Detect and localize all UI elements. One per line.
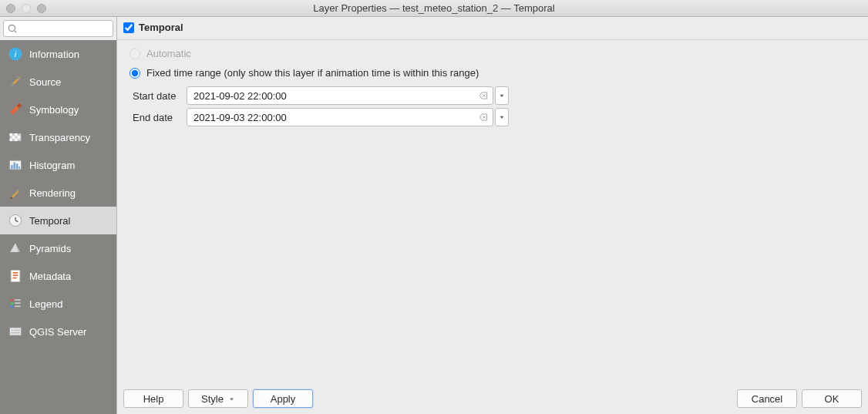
sidebar-item-label: Rendering — [29, 187, 76, 199]
svg-rect-14 — [14, 163, 16, 169]
svg-rect-32 — [10, 328, 22, 335]
help-button[interactable]: Help — [123, 389, 183, 408]
panel-content: Automatic Fixed time range (only show th… — [117, 40, 868, 385]
sidebar-item-source[interactable]: Source — [0, 68, 116, 96]
sidebar-item-rendering[interactable]: Rendering — [0, 179, 116, 207]
svg-rect-15 — [16, 163, 19, 169]
source-icon — [8, 74, 23, 89]
sidebar-item-label: QGIS Server — [29, 326, 86, 338]
panel-header: Temporal — [117, 17, 868, 40]
info-icon: i — [8, 46, 23, 62]
pyramids-icon — [8, 241, 23, 256]
close-window-button[interactable] — [6, 4, 15, 13]
maximize-window-button[interactable] — [37, 4, 46, 13]
legend-icon — [8, 296, 23, 311]
sidebar-search — [3, 20, 113, 37]
automatic-label: Automatic — [146, 48, 191, 59]
end-date-label: End date — [130, 112, 179, 123]
svg-rect-11 — [15, 139, 17, 141]
minimize-window-button[interactable] — [22, 4, 31, 13]
transparency-icon — [8, 130, 23, 145]
sidebar-item-pyramids[interactable]: Pyramids — [0, 234, 116, 262]
svg-rect-6 — [10, 133, 12, 136]
titlebar: Layer Properties — test_meteo_station_2 … — [0, 0, 868, 17]
sidebar-item-label: Histogram — [29, 160, 75, 171]
sidebar-item-label: Temporal — [29, 215, 70, 227]
fixed-range-label: Fixed time range (only show this layer i… — [146, 67, 479, 79]
sidebar-item-legend[interactable]: Legend — [0, 290, 116, 318]
automatic-radio — [130, 49, 140, 59]
end-date-row: End date — [130, 108, 856, 126]
svg-rect-10 — [10, 139, 12, 141]
sidebar-item-metadata[interactable]: Metadata — [0, 262, 116, 290]
svg-rect-28 — [10, 306, 13, 308]
server-icon — [8, 324, 23, 339]
fixed-range-option[interactable]: Fixed time range (only show this layer i… — [130, 67, 856, 79]
svg-point-0 — [8, 25, 15, 31]
chevron-down-icon — [228, 395, 235, 402]
svg-point-4 — [10, 83, 14, 87]
sidebar-item-qgis-server[interactable]: QGIS Server — [0, 318, 116, 345]
end-date-input[interactable] — [187, 108, 493, 126]
start-date-input[interactable] — [187, 86, 493, 105]
histogram-icon — [8, 157, 23, 173]
rendering-icon — [8, 185, 23, 200]
sidebar-item-transparency[interactable]: Transparency — [0, 123, 116, 151]
svg-rect-7 — [15, 133, 17, 136]
svg-rect-26 — [10, 299, 13, 301]
sidebar-nav: i Information Source Symbology — [0, 40, 116, 414]
main-panel: Temporal Automatic Fixed time range (onl… — [117, 17, 868, 414]
svg-marker-38 — [500, 95, 504, 97]
end-date-dropdown-button[interactable] — [495, 108, 509, 126]
sidebar-item-label: Transparency — [29, 132, 90, 143]
sidebar-item-label: Metadata — [29, 271, 71, 282]
svg-line-1 — [15, 31, 17, 33]
footer: Help Style Apply Cancel OK — [117, 385, 868, 414]
sidebar-item-symbology[interactable]: Symbology — [0, 96, 116, 123]
window-title: Layer Properties — test_meteo_station_2 … — [0, 2, 868, 14]
sidebar-item-histogram[interactable]: Histogram — [0, 151, 116, 179]
svg-rect-34 — [14, 330, 20, 332]
search-input[interactable] — [3, 20, 113, 37]
svg-marker-42 — [230, 398, 234, 400]
metadata-icon — [8, 268, 23, 284]
panel-title: Temporal — [139, 22, 183, 33]
sidebar-item-label: Symbology — [29, 104, 79, 116]
sidebar-item-label: Source — [29, 76, 61, 88]
symbology-icon — [8, 102, 23, 117]
sidebar-item-label: Information — [29, 49, 79, 60]
apply-button[interactable]: Apply — [253, 389, 313, 408]
svg-rect-13 — [11, 165, 13, 169]
svg-rect-27 — [10, 302, 13, 305]
search-icon — [7, 23, 18, 34]
clock-icon — [8, 213, 23, 228]
fixed-range-radio[interactable] — [130, 68, 140, 79]
svg-rect-8 — [12, 136, 15, 138]
start-date-row: Start date — [130, 86, 856, 105]
svg-marker-41 — [500, 116, 504, 119]
clear-end-date-icon[interactable] — [476, 108, 490, 126]
start-date-dropdown-button[interactable] — [495, 86, 509, 105]
cancel-button[interactable]: Cancel — [737, 389, 797, 408]
sidebar-item-label: Legend — [29, 298, 62, 310]
svg-point-33 — [12, 330, 13, 332]
sidebar-item-label: Pyramids — [29, 243, 71, 254]
svg-rect-9 — [18, 136, 20, 138]
sidebar: i Information Source Symbology — [0, 17, 117, 414]
sidebar-item-information[interactable]: i Information — [0, 40, 116, 68]
start-date-label: Start date — [130, 90, 179, 102]
svg-rect-35 — [11, 332, 20, 334]
window-controls — [6, 4, 46, 13]
style-button[interactable]: Style — [188, 389, 248, 408]
ok-button[interactable]: OK — [802, 389, 862, 408]
automatic-option: Automatic — [130, 48, 856, 59]
svg-rect-16 — [19, 167, 20, 169]
temporal-enable-checkbox[interactable] — [123, 22, 134, 33]
sidebar-item-temporal[interactable]: Temporal — [0, 207, 116, 234]
clear-start-date-icon[interactable] — [476, 86, 490, 105]
